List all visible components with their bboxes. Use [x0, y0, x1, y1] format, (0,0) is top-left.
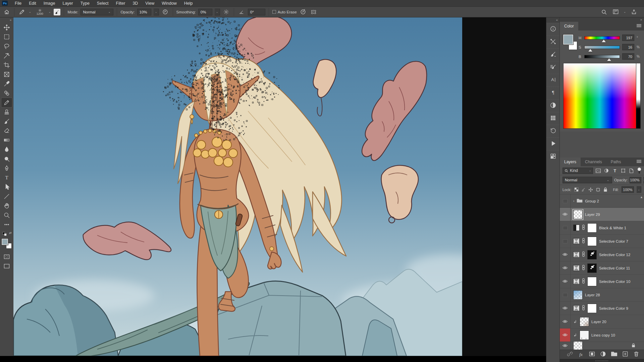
layer-row[interactable]: Layer 28	[560, 288, 644, 302]
layer-name[interactable]: Selective Color 7	[599, 239, 628, 243]
layer-visibility-toggle[interactable]	[560, 221, 571, 234]
spectrum-gradient[interactable]	[564, 63, 636, 128]
healing-tool[interactable]	[1, 88, 12, 98]
saturation-value[interactable]: 16	[622, 44, 634, 50]
layer-mask-thumbnail[interactable]	[587, 223, 597, 233]
dock-collapse-icon[interactable]: «	[546, 17, 559, 23]
layer-name[interactable]: Selective Color 9	[599, 306, 628, 310]
panel-foreground-swatch[interactable]	[563, 35, 573, 45]
auto-erase-checkbox[interactable]: Auto Erase	[272, 10, 297, 14]
move-tool[interactable]	[1, 23, 12, 32]
lock-image-pixels-icon[interactable]	[581, 187, 586, 192]
layer-row[interactable]: Selective Color 11	[560, 261, 644, 275]
panel-libraries-button[interactable]	[546, 150, 560, 163]
workspace-chevron-icon[interactable]: ⌄	[623, 10, 627, 13]
lock-all-icon[interactable]	[603, 187, 607, 192]
grayscale-ramp[interactable]	[636, 63, 640, 128]
group-expand-chevron[interactable]: ›	[573, 199, 574, 203]
pencil-tool[interactable]	[1, 98, 12, 107]
menu-edit[interactable]: Edit	[25, 0, 40, 7]
menu-filter[interactable]: Filter	[112, 0, 129, 7]
hue-slider-thumb[interactable]	[602, 40, 606, 42]
new-group-button[interactable]	[611, 352, 617, 358]
panel-info-button[interactable]	[546, 23, 560, 36]
stamp-tool[interactable]	[1, 107, 12, 117]
history-brush-tool[interactable]	[1, 117, 12, 126]
filter-pixel-layers-icon[interactable]	[595, 168, 601, 174]
frame-tool[interactable]	[1, 70, 12, 79]
smoothing-input[interactable]: 0%	[198, 9, 212, 15]
layer-opacity-input[interactable]: 100%	[630, 177, 641, 183]
layer-visibility-toggle[interactable]	[560, 235, 571, 248]
marquee-tool[interactable]	[1, 32, 12, 42]
layer-row[interactable]: Layer 29	[560, 208, 644, 221]
layer-name[interactable]: Lines copy 10	[591, 333, 615, 337]
panel-adjustments-button[interactable]	[546, 99, 560, 112]
type-tool[interactable]: T	[1, 173, 12, 182]
menu-help[interactable]: Help	[180, 0, 197, 7]
layer-visibility-toggle[interactable]	[560, 248, 571, 261]
saturation-slider-thumb[interactable]	[588, 49, 592, 52]
layer-row[interactable]: Selective Color 10	[560, 275, 644, 288]
workspace-switcher-icon[interactable]	[611, 8, 620, 16]
layer-thumbnail[interactable]	[580, 317, 589, 326]
color-panel-menu-icon[interactable]	[637, 24, 641, 29]
menu-view[interactable]: View	[142, 0, 158, 7]
lock-position-icon[interactable]	[588, 187, 593, 192]
add-mask-button[interactable]	[589, 352, 595, 358]
brightness-value[interactable]: 70	[622, 53, 634, 60]
wand-tool[interactable]	[1, 51, 12, 60]
lock-transparent-pixels-icon[interactable]	[574, 187, 578, 192]
fill-dropdown[interactable]: ⌄	[637, 186, 641, 193]
layer-name[interactable]: Layer 20	[591, 320, 606, 324]
layer-name[interactable]: Layer 28	[585, 293, 600, 297]
color-panel-collapse-icon[interactable]: »	[560, 17, 644, 22]
layer-name[interactable]: Selective Color 10	[599, 280, 630, 284]
menu-select[interactable]: Select	[93, 0, 112, 7]
crop-tool[interactable]	[1, 60, 12, 70]
path-select-tool[interactable]	[1, 182, 12, 192]
document-canvas[interactable]	[13, 17, 462, 356]
layer-row-group[interactable]: ›Group 2	[560, 194, 644, 208]
layer-name[interactable]: Layer 29	[585, 213, 600, 217]
layer-row[interactable]: ↳Lines copy 10	[560, 328, 644, 342]
scroll-up-icon[interactable]: ▲	[640, 196, 643, 199]
layer-thumbnail[interactable]	[573, 210, 583, 219]
layer-row[interactable]: ↳Layer 20	[560, 315, 644, 328]
eraser-tool[interactable]	[1, 126, 12, 135]
blend-mode-select[interactable]: Normal ⌄	[562, 177, 612, 183]
tab-paths[interactable]: Paths	[606, 158, 626, 166]
layer-mask-thumbnail[interactable]	[587, 263, 597, 273]
foreground-color-swatch[interactable]	[2, 239, 8, 245]
panel-color-swatches[interactable]	[563, 34, 579, 51]
layer-mask-thumbnail[interactable]	[587, 237, 597, 246]
filter-toggle-switch[interactable]	[637, 168, 641, 174]
layer-visibility-toggle[interactable]	[560, 302, 571, 315]
color-swatches[interactable]	[2, 239, 12, 249]
hue-slider[interactable]	[584, 36, 620, 40]
layers-panel-menu-icon[interactable]	[637, 160, 641, 165]
more-tool[interactable]	[1, 220, 12, 229]
layer-name[interactable]: Group 2	[585, 199, 599, 203]
saturation-slider[interactable]	[584, 46, 620, 49]
hue-value[interactable]: 197	[622, 35, 634, 41]
opacity-dropdown-button[interactable]: ⌄	[154, 9, 159, 15]
layer-mask-thumbnail[interactable]	[587, 250, 597, 259]
quick-mask-button[interactable]	[1, 252, 12, 261]
menu-type[interactable]: Type	[77, 0, 93, 7]
eyedropper-tool[interactable]	[1, 79, 12, 88]
layer-visibility-toggle[interactable]	[560, 328, 571, 342]
pressure-opacity-icon[interactable]	[161, 8, 169, 16]
opacity-input[interactable]: 10%	[137, 9, 151, 15]
filter-adjustment-layers-icon[interactable]	[603, 168, 610, 174]
layer-row[interactable]: Selective Color 12	[560, 248, 644, 261]
brush-picker-chevron-icon[interactable]: ⌄	[48, 10, 52, 13]
panel-brushes-button[interactable]	[546, 61, 560, 74]
panel-actions-button[interactable]	[546, 137, 560, 150]
layer-visibility-toggle[interactable]	[560, 288, 571, 301]
layer-visibility-toggle[interactable]	[560, 208, 571, 221]
screen-mode-button[interactable]	[1, 261, 12, 271]
pen-tool[interactable]	[1, 164, 12, 173]
smoothing-gear-icon[interactable]	[222, 8, 230, 16]
layer-visibility-toggle[interactable]	[560, 342, 571, 350]
